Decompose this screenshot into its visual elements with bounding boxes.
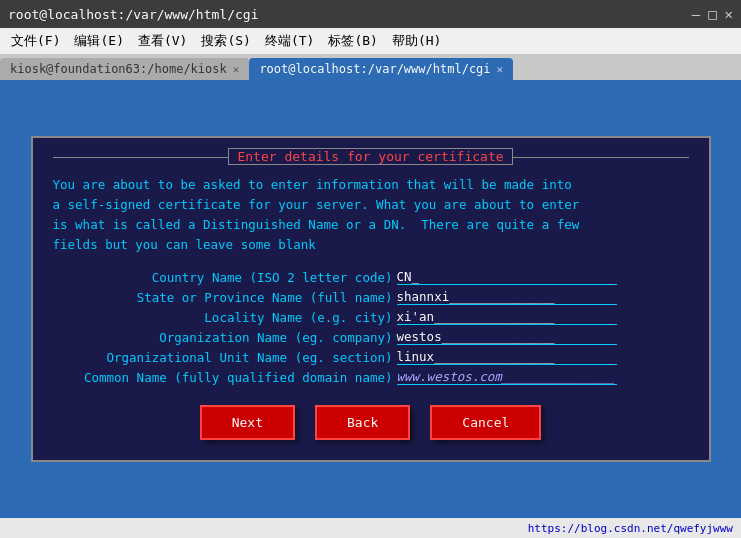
menu-view[interactable]: 查看(V): [133, 31, 192, 51]
close-button[interactable]: ✕: [725, 6, 733, 22]
menu-search[interactable]: 搜索(S): [196, 31, 255, 51]
org-label: Organization Name (eg. company): [53, 330, 393, 345]
tab-root-label: root@localhost:/var/www/html/cgi: [259, 62, 490, 76]
dialog-buttons: Next Back Cancel: [53, 405, 689, 440]
tab-kiosk-close[interactable]: ✕: [233, 63, 240, 76]
state-value[interactable]: shannxi______________: [397, 289, 617, 305]
window-title: root@localhost:/var/www/html/cgi: [8, 7, 258, 22]
form-row-orgunit: Organizational Unit Name (eg. section) l…: [53, 349, 689, 365]
tab-root[interactable]: root@localhost:/var/www/html/cgi ✕: [249, 58, 513, 80]
minimize-button[interactable]: –: [692, 6, 700, 22]
tab-kiosk[interactable]: kiosk@foundation63:/home/kiosk ✕: [0, 58, 249, 80]
dialog-body: You are about to be asked to enter infor…: [53, 175, 689, 255]
locality-value[interactable]: xi'an________________: [397, 309, 617, 325]
cancel-button[interactable]: Cancel: [430, 405, 541, 440]
title-bar: root@localhost:/var/www/html/cgi – □ ✕: [0, 0, 741, 28]
window-controls: – □ ✕: [692, 6, 733, 22]
menu-file[interactable]: 文件(F): [6, 31, 65, 51]
terminal-window: root@localhost:/var/www/html/cgi – □ ✕ 文…: [0, 0, 741, 538]
menu-tabs[interactable]: 标签(B): [323, 31, 382, 51]
menu-edit[interactable]: 编辑(E): [69, 31, 128, 51]
org-value[interactable]: westos_______________: [397, 329, 617, 345]
dialog-title: Enter details for your certificate: [228, 148, 512, 165]
menu-help[interactable]: 帮助(H): [387, 31, 446, 51]
commonname-label: Common Name (fully qualified domain name…: [53, 370, 393, 385]
orgunit-value[interactable]: linux________________: [397, 349, 617, 365]
next-button[interactable]: Next: [200, 405, 295, 440]
dialog-description: You are about to be asked to enter infor…: [53, 177, 580, 252]
form-row-org: Organization Name (eg. company) westos__…: [53, 329, 689, 345]
tab-root-close[interactable]: ✕: [497, 63, 504, 76]
certificate-form: Country Name (ISO 2 letter code) CN_ Sta…: [53, 269, 689, 385]
form-row-commonname: Common Name (fully qualified domain name…: [53, 369, 689, 385]
maximize-button[interactable]: □: [708, 6, 716, 22]
tab-kiosk-label: kiosk@foundation63:/home/kiosk: [10, 62, 227, 76]
menu-terminal[interactable]: 终端(T): [260, 31, 319, 51]
certificate-dialog: Enter details for your certificate You a…: [31, 136, 711, 462]
country-label: Country Name (ISO 2 letter code): [53, 270, 393, 285]
locality-label: Locality Name (e.g. city): [53, 310, 393, 325]
url-bar: https://blog.csdn.net/qwefyjwww: [0, 518, 741, 538]
orgunit-label: Organizational Unit Name (eg. section): [53, 350, 393, 365]
menu-bar: 文件(F) 编辑(E) 查看(V) 搜索(S) 终端(T) 标签(B) 帮助(H…: [0, 28, 741, 54]
url-text: https://blog.csdn.net/qwefyjwww: [528, 522, 733, 535]
form-row-locality: Locality Name (e.g. city) xi'an_________…: [53, 309, 689, 325]
commonname-value[interactable]: www.westos.com_______________: [397, 369, 617, 385]
form-row-country: Country Name (ISO 2 letter code) CN_: [53, 269, 689, 285]
terminal-content: Enter details for your certificate You a…: [0, 80, 741, 518]
form-row-state: State or Province Name (full name) shann…: [53, 289, 689, 305]
dialog-title-bar: Enter details for your certificate: [53, 148, 689, 165]
back-button[interactable]: Back: [315, 405, 410, 440]
state-label: State or Province Name (full name): [53, 290, 393, 305]
country-value[interactable]: CN_: [397, 269, 617, 285]
tab-bar: kiosk@foundation63:/home/kiosk ✕ root@lo…: [0, 54, 741, 80]
